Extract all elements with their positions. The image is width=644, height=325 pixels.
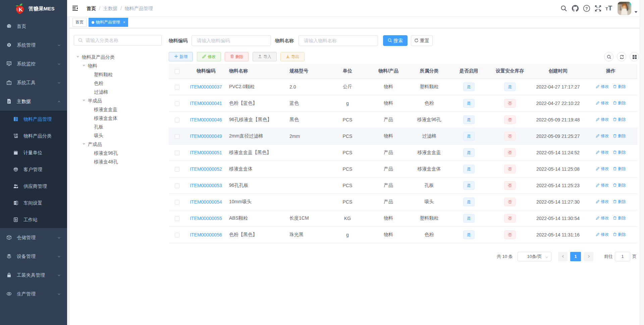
svg-text:T: T xyxy=(608,5,612,12)
svg-text:K: K xyxy=(18,6,23,13)
svg-text:T: T xyxy=(605,6,608,11)
svg-text:2F: 2F xyxy=(14,202,16,204)
svg-text:?: ? xyxy=(585,6,588,11)
